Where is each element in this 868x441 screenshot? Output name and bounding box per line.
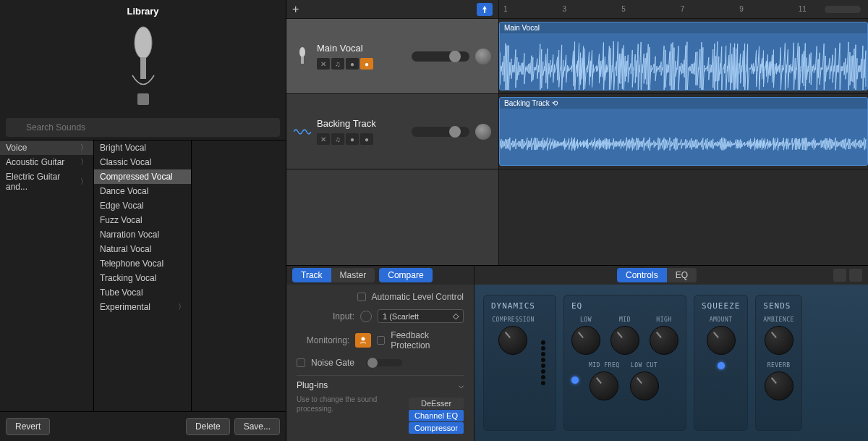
knob-ambience[interactable] (765, 326, 793, 355)
plugins-disclosure[interactable]: ⌵ (459, 380, 464, 390)
svg-rect-1 (140, 57, 146, 79)
headphone-button[interactable]: ♫ (331, 133, 344, 145)
svg-rect-2 (137, 93, 149, 105)
svg-point-0 (135, 27, 152, 59)
library-panel: Library Voice〉Acoustic Guitar〉Electric G… (0, 0, 286, 441)
mute-button[interactable]: ✕ (317, 58, 330, 70)
noise-gate-label: Noise Gate (311, 358, 354, 368)
preset-item[interactable]: Bright Vocal (94, 140, 191, 155)
tab-master[interactable]: Master (331, 268, 375, 282)
plugins-title: Plug-ins (297, 380, 328, 390)
delete-button[interactable]: Delete (186, 418, 230, 435)
track-header[interactable]: Backing Track ✕ ♫ ● ● (286, 94, 498, 169)
audio-region[interactable]: Main Vocal (499, 22, 868, 91)
knob-low-cut[interactable] (630, 371, 659, 400)
region-name-label: Backing Track ⟲ (500, 98, 867, 109)
section-squeeze: SQUEEZE (702, 301, 740, 311)
tab-eq[interactable]: EQ (667, 268, 697, 282)
waveform-icon (500, 34, 867, 91)
squeeze-led (718, 362, 725, 369)
preset-item[interactable]: Tube Vocal (94, 285, 191, 300)
tab-controls[interactable]: Controls (617, 268, 667, 282)
revert-button[interactable]: Revert (6, 418, 50, 435)
volume-slider[interactable] (412, 127, 469, 137)
knob-amount[interactable] (707, 326, 736, 355)
timeline-ruler[interactable]: 1357911 (499, 0, 868, 19)
pan-knob[interactable] (475, 124, 491, 140)
preset-item[interactable]: Fuzz Vocal (94, 213, 191, 227)
save-button[interactable]: Save... (234, 418, 280, 435)
preset-item[interactable]: Tracking Vocal (94, 271, 191, 285)
region-name-label: Main Vocal (500, 22, 867, 33)
smart-controls-panel: DYNAMICS COMPRESSION EQ (475, 285, 868, 441)
record-enable-button[interactable]: ● (346, 133, 359, 145)
inspector-icon[interactable] (849, 269, 862, 282)
knob-compression[interactable] (498, 326, 527, 355)
audio-region[interactable]: Backing Track ⟲ (499, 97, 868, 166)
knob-mid[interactable] (610, 326, 639, 355)
preset-item[interactable]: Telephone Vocal (94, 256, 191, 271)
svg-point-5 (299, 47, 305, 57)
track-type-icon (294, 42, 311, 71)
compare-button[interactable]: Compare (379, 268, 432, 282)
knob-high[interactable] (650, 326, 678, 355)
library-preview-image (0, 21, 286, 115)
track-headers: + Main Vocal ✕ ♫ ● ● (286, 0, 499, 265)
preset-item[interactable]: Narration Vocal (94, 227, 191, 242)
mute-button[interactable]: ✕ (317, 133, 330, 145)
tab-track[interactable]: Track (292, 268, 331, 282)
preset-item[interactable]: Experimental〉 (94, 300, 191, 314)
feedback-checkbox[interactable] (377, 336, 385, 345)
auto-level-label: Automatic Level Control (372, 292, 464, 302)
preset-item[interactable]: Compressed Vocal (94, 169, 191, 184)
category-item[interactable]: Acoustic Guitar〉 (0, 155, 93, 169)
knob-low[interactable] (571, 326, 600, 355)
record-enable-button[interactable]: ● (346, 58, 359, 70)
plugin-slot[interactable]: Channel EQ (409, 410, 464, 421)
category-item[interactable]: Voice〉 (0, 140, 93, 155)
add-track-button[interactable]: + (292, 3, 299, 16)
waveform-icon (500, 109, 867, 166)
arrangement-area[interactable]: 1357911 Main Vocal Backing Track ⟲ (499, 0, 868, 265)
preset-item[interactable]: Natural Vocal (94, 242, 191, 256)
input-monitor-button[interactable]: ● (360, 58, 373, 70)
svg-rect-6 (301, 56, 304, 64)
input-circle-icon (360, 311, 372, 322)
edit-icon[interactable] (833, 269, 846, 282)
pan-knob[interactable] (475, 49, 491, 64)
knob-mid-freq[interactable] (590, 371, 618, 400)
dynamics-meter (541, 301, 548, 424)
plugin-slot[interactable]: Compressor (409, 422, 464, 434)
library-title: Library (0, 0, 286, 21)
volume-slider[interactable] (412, 51, 469, 62)
track-header[interactable]: Main Vocal ✕ ♫ ● ● (286, 19, 498, 94)
track-name-label: Main Vocal (317, 43, 406, 54)
preset-item[interactable]: Edge Vocal (94, 198, 191, 213)
noise-gate-slider[interactable] (366, 359, 402, 366)
headphone-button[interactable]: ♫ (331, 58, 344, 70)
category-item[interactable]: Electric Guitar and...〉 (0, 169, 93, 194)
plugin-slot[interactable]: DeEsser (409, 398, 464, 409)
section-sends: SENDS (763, 301, 794, 311)
knob-reverb[interactable] (765, 371, 793, 400)
input-monitor-button[interactable]: ● (360, 133, 373, 145)
track-filter-button[interactable] (477, 3, 493, 16)
monitoring-label: Monitoring: (297, 335, 349, 345)
noise-gate-checkbox[interactable] (297, 358, 305, 367)
preset-item[interactable]: Classic Vocal (94, 155, 191, 169)
svg-point-7 (362, 337, 365, 341)
monitoring-button[interactable] (355, 333, 371, 348)
track-name-label: Backing Track (317, 118, 406, 129)
library-browser: Voice〉Acoustic Guitar〉Electric Guitar an… (0, 140, 286, 412)
search-input[interactable] (6, 118, 280, 137)
section-eq: EQ (571, 301, 678, 311)
feedback-label: Feedback Protection (391, 330, 464, 350)
plugins-hint: Use to change the sound processing. (297, 395, 398, 413)
section-dynamics: DYNAMICS (491, 301, 535, 311)
input-label: Input: (297, 311, 354, 322)
eq-led (571, 377, 579, 384)
input-select[interactable]: 1 (Scarlett◇ (378, 309, 464, 323)
track-type-icon (294, 117, 311, 146)
auto-level-checkbox[interactable] (357, 293, 366, 301)
preset-item[interactable]: Dance Vocal (94, 184, 191, 198)
